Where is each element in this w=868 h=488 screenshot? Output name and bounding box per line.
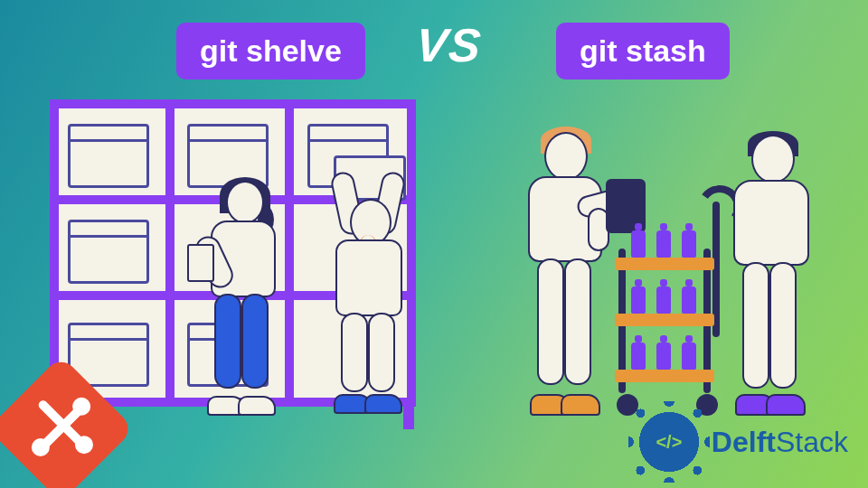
cart-illustration (615, 249, 732, 411)
person-shelve-reader (194, 181, 289, 416)
person-stash-clipboard (506, 127, 624, 416)
label-git-stash: git stash (556, 23, 730, 80)
person-shelve-loader (321, 172, 420, 416)
brand-text: DelftStack (712, 426, 848, 459)
person-stash-standing (719, 131, 836, 416)
label-git-shelve: git shelve (176, 23, 365, 80)
brand-badge-icon: </> (634, 407, 704, 477)
vs-text: VS (413, 18, 485, 72)
delftstack-brand: </> DelftStack (634, 407, 848, 477)
